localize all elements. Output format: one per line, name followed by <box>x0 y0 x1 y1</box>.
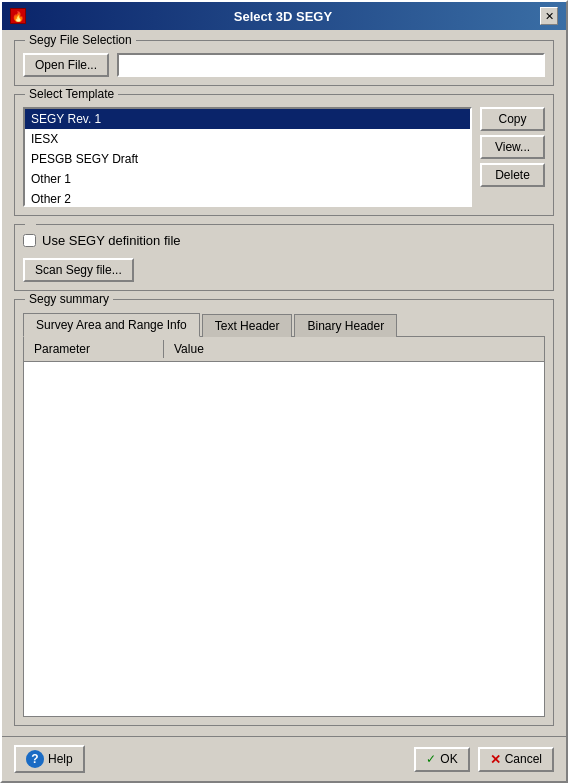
tab-content: Parameter Value <box>23 337 545 717</box>
window-title: Select 3D SEGY <box>26 9 540 24</box>
delete-button[interactable]: Delete <box>480 163 545 187</box>
file-selection-group: Segy File Selection Open File... <box>14 40 554 86</box>
col-value: Value <box>164 340 214 358</box>
table-body <box>24 362 544 716</box>
bottom-right-buttons: ✓ OK ✕ Cancel <box>414 747 554 772</box>
list-item[interactable]: SEGY Rev. 1 <box>25 109 470 129</box>
file-selection-label: Segy File Selection <box>25 33 136 47</box>
list-item[interactable]: PESGB SEGY Draft <box>25 149 470 169</box>
col-parameter: Parameter <box>24 340 164 358</box>
tab-survey-area[interactable]: Survey Area and Range Info <box>23 313 200 337</box>
ok-button[interactable]: ✓ OK <box>414 747 469 772</box>
template-group: Select Template SEGY Rev. 1IESXPESGB SEG… <box>14 94 554 216</box>
scan-segy-button[interactable]: Scan Segy file... <box>23 258 134 282</box>
copy-button[interactable]: Copy <box>480 107 545 131</box>
view-button[interactable]: View... <box>480 135 545 159</box>
cancel-label: Cancel <box>505 752 542 766</box>
file-path-input[interactable] <box>117 53 545 77</box>
ok-check-icon: ✓ <box>426 752 436 766</box>
scan-row: Scan Segy file... <box>23 258 545 282</box>
segy-def-label <box>25 217 36 231</box>
list-item[interactable]: Other 2 <box>25 189 470 207</box>
template-section: SEGY Rev. 1IESXPESGB SEGY DraftOther 1Ot… <box>23 107 545 207</box>
title-bar: 🔥 Select 3D SEGY ✕ <box>2 2 566 30</box>
template-list[interactable]: SEGY Rev. 1IESXPESGB SEGY DraftOther 1Ot… <box>23 107 472 207</box>
close-button[interactable]: ✕ <box>540 7 558 25</box>
segy-def-checkbox-label: Use SEGY definition file <box>42 233 181 248</box>
template-list-container: SEGY Rev. 1IESXPESGB SEGY DraftOther 1Ot… <box>23 107 472 207</box>
file-selection-row: Open File... <box>23 53 545 77</box>
template-group-label: Select Template <box>25 87 118 101</box>
help-button[interactable]: ? Help <box>14 745 85 773</box>
app-icon: 🔥 <box>10 8 26 24</box>
summary-group-label: Segy summary <box>25 292 113 306</box>
summary-inner: Survey Area and Range Info Text Header B… <box>23 312 545 717</box>
tab-binary-header[interactable]: Binary Header <box>294 314 397 337</box>
cancel-button[interactable]: ✕ Cancel <box>478 747 554 772</box>
list-item[interactable]: Other 1 <box>25 169 470 189</box>
segy-def-group: Use SEGY definition file Scan Segy file.… <box>14 224 554 291</box>
help-label: Help <box>48 752 73 766</box>
segy-def-checkbox[interactable] <box>23 234 36 247</box>
tab-text-header[interactable]: Text Header <box>202 314 293 337</box>
bottom-bar: ? Help ✓ OK ✕ Cancel <box>2 736 566 781</box>
table-header: Parameter Value <box>24 337 544 362</box>
tabs-bar: Survey Area and Range Info Text Header B… <box>23 312 545 337</box>
summary-group: Segy summary Survey Area and Range Info … <box>14 299 554 726</box>
list-item[interactable]: IESX <box>25 129 470 149</box>
window-content: Segy File Selection Open File... Select … <box>2 30 566 736</box>
segy-def-checkbox-row: Use SEGY definition file <box>23 233 545 248</box>
help-icon: ? <box>26 750 44 768</box>
main-window: 🔥 Select 3D SEGY ✕ Segy File Selection O… <box>0 0 568 783</box>
cancel-x-icon: ✕ <box>490 752 501 767</box>
open-file-button[interactable]: Open File... <box>23 53 109 77</box>
ok-label: OK <box>440 752 457 766</box>
template-buttons: Copy View... Delete <box>480 107 545 207</box>
